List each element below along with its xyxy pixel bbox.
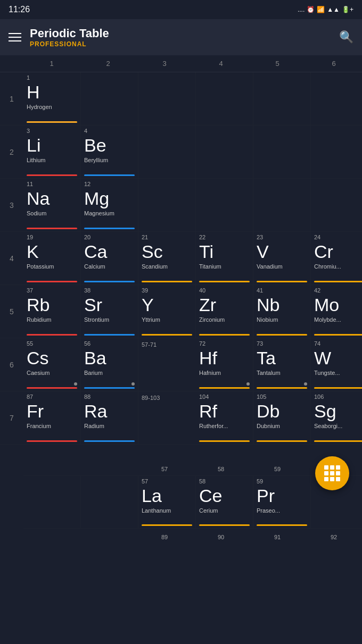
- element-Cr[interactable]: 24 Cr Chromiu...: [311, 232, 362, 285]
- app-header: Periodic Table PROFESSIONAL 🔍: [0, 19, 362, 55]
- element-Fr-underline: [27, 440, 77, 442]
- element-Ce-symbol: Ce: [199, 486, 250, 506]
- element-Sr[interactable]: 38 Sr Strontium: [81, 285, 138, 338]
- element-Cr-name: Chromiu...: [314, 263, 362, 270]
- period-row-4: 4 19 K Potassium 20 Ca Calcium 21 Sc Sca…: [0, 232, 362, 285]
- element-Sc-underline: [142, 281, 192, 282]
- element-Ca-number: 20: [84, 234, 135, 241]
- period-row-6: 6 55 Cs Caesium 56 Ba Barium 57-71 72: [0, 338, 362, 391]
- menu-button[interactable]: [9, 33, 21, 41]
- empty-2-4: [196, 126, 253, 178]
- element-Be[interactable]: 4 Be Beryllium: [81, 126, 138, 178]
- element-Rb-name: Rubidium: [27, 316, 77, 323]
- row-4-cells: 19 K Potassium 20 Ca Calcium 21 Sc Scand…: [23, 232, 362, 285]
- element-Ca-underline: [84, 281, 135, 282]
- col-num-4: 4: [193, 60, 249, 68]
- element-Sg[interactable]: 106 Sg Seaborgi...: [311, 391, 362, 444]
- element-Ba-number: 56: [84, 340, 135, 347]
- element-Y-name: Yttrium: [142, 316, 192, 323]
- element-La-name: Lanthanum: [142, 507, 192, 514]
- col-num-1: 1: [23, 60, 80, 68]
- actinide-row-numbers: 89 90 91 92: [0, 531, 362, 543]
- element-Be-number: 4: [84, 128, 135, 135]
- search-button[interactable]: 🔍: [339, 30, 353, 44]
- element-K[interactable]: 19 K Potassium: [23, 232, 81, 285]
- la-empty-1: [23, 476, 81, 528]
- element-Sc[interactable]: 21 Sc Scandium: [138, 232, 196, 285]
- period-label-4: 4: [0, 232, 23, 285]
- row-3-cells: 11 Na Sodium 12 Mg Magnesium: [23, 179, 362, 231]
- element-K-underline: [27, 281, 77, 282]
- element-Li[interactable]: 3 Li Lithium: [23, 126, 81, 178]
- element-Fr[interactable]: 87 Fr Francium: [23, 391, 81, 444]
- status-bar: 11:26 .... ⏰ 📶 ▲▲ 🔋+: [0, 0, 362, 19]
- periodic-table-area: 1 2 3 4 5 6 1 1 H Hydrogen 2 3 L: [0, 55, 362, 543]
- range-89-103[interactable]: 89-103: [138, 391, 196, 444]
- element-Mg[interactable]: 12 Mg Magnesium: [81, 179, 138, 231]
- element-Zr-number: 40: [199, 287, 250, 294]
- element-Mo-underline: [314, 334, 362, 336]
- element-Ta[interactable]: 73 Ta Tantalum: [253, 338, 311, 391]
- empty-2-5: [253, 126, 311, 178]
- element-Mo-symbol: Mo: [314, 295, 362, 315]
- element-W[interactable]: 74 W Tungste...: [311, 338, 362, 391]
- element-Rf-underline: [199, 440, 250, 442]
- period-row-2: 2 3 Li Lithium 4 Be Beryllium: [0, 126, 362, 179]
- element-Cs[interactable]: 55 Cs Caesium: [23, 338, 81, 391]
- element-Nb[interactable]: 41 Nb Niobium: [253, 285, 311, 338]
- element-Sc-name: Scandium: [142, 263, 192, 270]
- element-Zr[interactable]: 40 Zr Zirconium: [196, 285, 253, 338]
- element-Db[interactable]: 105 Db Dubnium: [253, 391, 311, 444]
- element-H[interactable]: 1 H Hydrogen: [23, 72, 81, 125]
- element-Na-name: Sodium: [27, 210, 77, 216]
- element-Y[interactable]: 39 Y Yttrium: [138, 285, 196, 338]
- fab-grid-icon: [324, 465, 340, 481]
- element-Rf[interactable]: 104 Rf Rutherfor...: [196, 391, 253, 444]
- element-Ca[interactable]: 20 Ca Calcium: [81, 232, 138, 285]
- empty-1-2: [81, 72, 138, 125]
- col-num-3: 3: [136, 60, 193, 68]
- element-Rb-underline: [27, 334, 77, 336]
- row-5-cells: 37 Rb Rubidium 38 Sr Strontium 39 Y Yttr…: [23, 285, 362, 338]
- element-Mg-name: Magnesium: [84, 210, 135, 216]
- element-Pr[interactable]: 59 Pr Praseo...: [253, 476, 311, 528]
- period-label-5: 5: [0, 285, 23, 338]
- element-La[interactable]: 57 La Lanthanum: [138, 476, 196, 528]
- element-Mo[interactable]: 42 Mo Molybde...: [311, 285, 362, 338]
- element-Hf[interactable]: 72 Hf Hafnium: [196, 338, 253, 391]
- header-left: Periodic Table PROFESSIONAL: [9, 27, 109, 48]
- element-Ce[interactable]: 58 Ce Cerium: [196, 476, 253, 528]
- element-Ba-dot: [131, 382, 135, 386]
- range-57-71[interactable]: 57-71: [138, 338, 196, 391]
- element-Mg-symbol: Mg: [84, 189, 135, 208]
- la-col-num-57: 57: [136, 466, 193, 472]
- element-Zr-underline: [199, 334, 250, 336]
- element-Be-name: Beryllium: [84, 157, 135, 163]
- element-Ra-symbol: Ra: [84, 402, 135, 421]
- element-Ti[interactable]: 22 Ti Titanium: [196, 232, 253, 285]
- element-Fr-name: Francium: [27, 423, 77, 429]
- element-Be-underline: [84, 174, 135, 176]
- element-Ra[interactable]: 88 Ra Radium: [81, 391, 138, 444]
- empty-3-3: [138, 179, 196, 231]
- element-Cr-underline: [314, 281, 362, 282]
- period-row-1: 1 1 H Hydrogen: [0, 72, 362, 126]
- la-col-num-58: 58: [193, 466, 249, 472]
- period-label-7: 7: [0, 391, 23, 444]
- element-Sc-symbol: Sc: [142, 242, 192, 262]
- element-V[interactable]: 23 V Vanadium: [253, 232, 311, 285]
- ac-col-num-90: 90: [193, 534, 249, 540]
- element-Na[interactable]: 11 Na Sodium: [23, 179, 81, 231]
- element-Ra-underline: [84, 440, 135, 442]
- element-Nb-symbol: Nb: [257, 295, 307, 315]
- element-Rf-symbol: Rf: [199, 402, 250, 421]
- element-W-name: Tungste...: [314, 370, 362, 376]
- element-Rb[interactable]: 37 Rb Rubidium: [23, 285, 81, 338]
- element-Ba[interactable]: 56 Ba Barium: [81, 338, 138, 391]
- element-Ca-symbol: Ca: [84, 242, 135, 262]
- element-Y-number: 39: [142, 287, 192, 294]
- fab-grid-button[interactable]: [315, 456, 349, 490]
- element-Ti-number: 22: [199, 234, 250, 241]
- element-Cr-symbol: Cr: [314, 242, 362, 262]
- range-57-71-label: 57-71: [142, 341, 157, 348]
